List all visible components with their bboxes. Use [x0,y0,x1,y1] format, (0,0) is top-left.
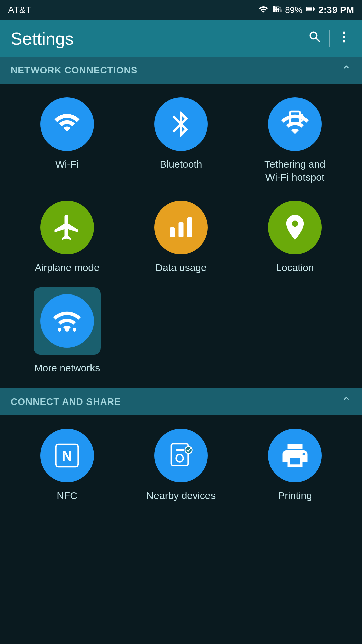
wifi-icon-circle [40,97,94,151]
svg-point-8 [343,36,345,38]
search-button[interactable] [308,30,322,48]
nearby-devices-icon-circle [154,429,208,482]
more-networks-inner-circle [40,294,94,348]
airplane-label: Airplane mode [35,261,99,274]
svg-point-16 [73,328,76,332]
more-networks-item[interactable]: More networks [13,287,121,374]
svg-rect-1 [275,7,277,12]
svg-point-20 [176,454,183,462]
connect-share-header[interactable]: CONNECT AND SHARE ⌃ [0,388,362,415]
connect-share-chevron: ⌃ [341,395,351,409]
app-bar-actions [308,30,351,48]
connect-share-title: CONNECT AND SHARE [11,396,121,407]
connect-share-grid: N NFC Nearby devices Printing [0,415,362,516]
network-connections-chevron: ⌃ [341,63,351,77]
app-bar: Settings [0,20,362,57]
nearby-devices-label: Nearby devices [146,489,216,502]
wifi-item[interactable]: Wi-Fi [13,97,121,184]
svg-point-9 [343,40,345,42]
battery-icon [306,4,315,16]
svg-point-14 [58,328,61,332]
tethering-item[interactable]: Tethering andWi-Fi hotspot [241,97,349,184]
svg-rect-5 [307,7,312,10]
location-item[interactable]: Location [241,201,349,274]
app-title: Settings [11,29,74,49]
time-text: 2:39 PM [318,5,354,15]
network-connections-grid: Wi-Fi Bluetooth Tethering andWi-Fi hotsp… [0,84,362,287]
battery-text: 89% [285,5,302,15]
toolbar-divider [329,30,330,47]
svg-rect-12 [179,222,184,237]
carrier-text: AT&T [8,5,31,15]
status-right: 89% 2:39 PM [258,4,354,16]
svg-point-15 [65,328,69,332]
tethering-icon-circle [268,97,322,151]
tethering-label: Tethering andWi-Fi hotspot [264,158,325,184]
more-options-button[interactable] [337,30,351,48]
network-connections-title: NETWORK CONNECTIONS [11,65,137,76]
location-icon-circle [268,201,322,254]
printing-item[interactable]: Printing [241,429,349,502]
airplane-icon-circle [40,201,94,254]
more-networks-icon-square [34,287,101,355]
status-bar: AT&T 89% 2:3 [0,0,362,20]
data-usage-item[interactable]: Data usage [127,201,235,274]
svg-rect-3 [280,9,282,12]
svg-rect-11 [170,227,175,237]
svg-rect-0 [273,6,275,12]
nearby-devices-item[interactable]: Nearby devices [127,429,235,502]
svg-point-7 [343,32,345,34]
svg-rect-13 [187,217,192,237]
bluetooth-label: Bluetooth [160,158,202,171]
printing-label: Printing [278,489,312,502]
location-label: Location [276,261,314,274]
svg-rect-6 [314,8,315,10]
svg-text:N: N [62,447,72,464]
nfc-icon-circle: N [40,429,94,482]
wifi-label: Wi-Fi [55,158,79,171]
bluetooth-item[interactable]: Bluetooth [127,97,235,184]
nfc-item[interactable]: N NFC [13,429,121,502]
data-usage-icon-circle [154,201,208,254]
airplane-mode-item[interactable]: Airplane mode [13,201,121,274]
wifi-status-icon [258,4,269,16]
nfc-label: NFC [57,489,77,502]
svg-rect-2 [278,8,279,12]
svg-point-21 [185,446,192,453]
bluetooth-icon-circle [154,97,208,151]
data-usage-label: Data usage [155,261,206,274]
more-networks-label: More networks [34,361,100,374]
printing-icon-circle [268,429,322,482]
network-connections-header[interactable]: NETWORK CONNECTIONS ⌃ [0,57,362,84]
more-networks-grid: More networks [0,287,362,388]
signal-icon [272,4,282,16]
